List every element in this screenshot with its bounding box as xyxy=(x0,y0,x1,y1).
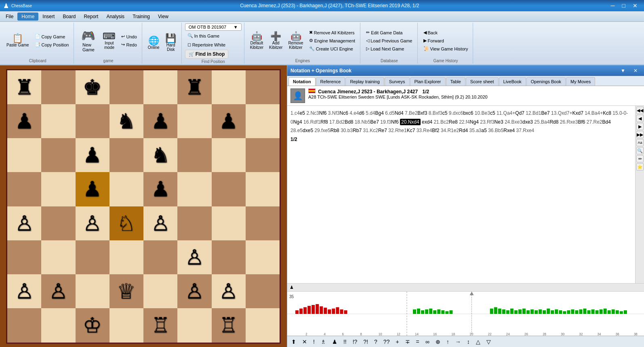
square-3-6[interactable]: ♟ xyxy=(76,138,109,172)
square-1-6[interactable] xyxy=(7,138,41,172)
square-8-4[interactable] xyxy=(246,206,280,240)
move-notation[interactable]: Qd7 xyxy=(515,110,524,116)
annotation-good-button[interactable]: ! xyxy=(311,337,317,346)
nav-delete-button[interactable]: ✕ xyxy=(300,337,309,346)
annotation-with-button[interactable]: ⊕ xyxy=(433,337,443,346)
tab-table[interactable]: Table xyxy=(446,77,465,86)
remove-all-kibitzers-button[interactable]: ✖ Remove All Kibitzers xyxy=(307,29,358,36)
move-notation[interactable]: Be7 xyxy=(370,119,379,125)
square-1-5[interactable] xyxy=(7,172,41,206)
square-1-7[interactable]: ♟ xyxy=(7,104,41,138)
panel-expand-button[interactable]: ▼ xyxy=(617,67,629,74)
engine-management-button[interactable]: ⚙ Engine Management xyxy=(307,37,358,44)
square-1-2[interactable]: ♙ xyxy=(7,274,41,308)
square-7-6[interactable] xyxy=(212,138,246,172)
add-kibitzer-button[interactable]: ➕ AddKibitzer xyxy=(267,30,285,51)
move-notation[interactable]: Bd8 xyxy=(345,119,353,125)
move-notation[interactable]: Nd4 xyxy=(395,110,404,116)
square-5-7[interactable]: ♟ xyxy=(143,104,177,138)
move-notation[interactable]: Bf2 xyxy=(432,128,439,133)
move-notation[interactable]: Rb8 xyxy=(330,128,339,133)
square-3-1[interactable]: ♔ xyxy=(76,308,109,342)
square-2-1[interactable] xyxy=(41,308,75,342)
minimize-button[interactable]: ─ xyxy=(608,2,618,10)
side-btn-font[interactable]: Aa xyxy=(636,139,644,146)
menu-training[interactable]: Training xyxy=(128,13,154,21)
move-notation[interactable]: Re8 xyxy=(449,119,458,125)
square-6-3[interactable]: ♙ xyxy=(177,240,211,274)
move-notation[interactable]: Rf8 xyxy=(320,119,328,125)
square-8-7[interactable] xyxy=(246,104,280,138)
square-2-3[interactable] xyxy=(41,240,75,274)
annotation-triangle-button[interactable]: △ xyxy=(474,337,483,346)
square-6-8[interactable]: ♜ xyxy=(177,70,211,104)
menu-board[interactable]: Board xyxy=(59,13,80,21)
move-notation[interactable]: c5 xyxy=(490,110,495,116)
tab-notation[interactable]: Notation xyxy=(288,77,316,86)
side-btn-search[interactable]: 🔍 xyxy=(636,147,644,154)
move-notation[interactable]: Nc6 xyxy=(339,110,348,116)
square-8-1[interactable] xyxy=(246,308,280,342)
square-4-4[interactable]: ♘ xyxy=(109,206,143,240)
annotation-equal-button[interactable]: = xyxy=(414,337,422,346)
annotation-downtriangle-button[interactable]: ▽ xyxy=(484,337,493,346)
nav-start-button[interactable]: ⬆ xyxy=(289,337,299,346)
square-1-4[interactable]: ♙ xyxy=(7,206,41,240)
hard-disk-button[interactable]: 💾 HardDisk xyxy=(163,32,179,53)
move-notation[interactable]: Bxf3 xyxy=(417,110,427,116)
move-notation[interactable]: dxe5 xyxy=(303,128,313,133)
move-notation[interactable]: bxc6 xyxy=(463,110,473,116)
chess-board[interactable]: ♜♚♜♟♞♟♟♟♞♟♟♙♙♘♙♙♙♙♕♙♙♔♖♖ xyxy=(6,69,281,344)
square-6-5[interactable] xyxy=(177,172,211,206)
move-notation[interactable]: Rd4 xyxy=(459,128,468,133)
move-notation[interactable]: Re7 xyxy=(378,128,387,133)
square-3-7[interactable] xyxy=(76,104,109,138)
square-4-5[interactable] xyxy=(109,172,143,206)
tab-plan-explorer[interactable]: Plan Explorer xyxy=(410,77,446,86)
square-7-5[interactable] xyxy=(212,172,246,206)
move-notation[interactable]: Rb7 xyxy=(353,128,362,133)
annotation-updown-button[interactable]: ↕ xyxy=(465,337,472,346)
square-6-6[interactable] xyxy=(177,138,211,172)
square-2-7[interactable] xyxy=(41,104,75,138)
square-2-8[interactable] xyxy=(41,70,75,104)
move-notation[interactable]: d6 xyxy=(359,110,364,116)
menu-home[interactable]: Home xyxy=(17,13,38,21)
annotation-bad-button[interactable]: ? xyxy=(372,337,380,346)
tab-livebook[interactable]: LiveBook xyxy=(499,77,526,86)
annotation-right-button[interactable]: → xyxy=(453,337,463,346)
move-notation[interactable]: Nf6 xyxy=(319,110,327,116)
move-highlighted[interactable]: 20.Nxd4 xyxy=(400,119,421,125)
tab-surveys[interactable]: Surveys xyxy=(385,77,410,86)
square-6-7[interactable] xyxy=(177,104,211,138)
restore-button[interactable]: □ xyxy=(619,2,629,10)
load-next-game-button[interactable]: ▷ Load Next Game xyxy=(364,45,415,53)
move-notation[interactable]: c5 xyxy=(442,110,448,116)
move-notation[interactable]: Rxe4 xyxy=(503,128,515,133)
square-4-2[interactable]: ♕ xyxy=(109,274,143,308)
forward-button[interactable]: ▶ Forward xyxy=(421,37,471,44)
paste-game-button[interactable]: 📋 Paste Game xyxy=(4,32,32,49)
square-5-4[interactable]: ♙ xyxy=(143,206,177,240)
square-1-3[interactable] xyxy=(7,240,41,274)
default-kibitzer-button[interactable]: 🤖 DefaultKibitzer xyxy=(248,30,266,51)
square-4-3[interactable] xyxy=(109,240,143,274)
square-5-1[interactable]: ♖ xyxy=(143,308,177,342)
annotation-bishop-button[interactable]: ♗ xyxy=(318,337,328,346)
position-dropdown[interactable]: OM OTB B 201907 ▼ xyxy=(185,23,242,31)
move-notation[interactable]: e5 xyxy=(300,110,305,116)
square-7-7[interactable]: ♟ xyxy=(212,104,246,138)
menu-insert[interactable]: Insert xyxy=(38,13,59,21)
menu-report[interactable]: Report xyxy=(80,13,102,21)
annotation-blunder-button[interactable]: ?? xyxy=(381,337,392,346)
side-btn-1[interactable]: ◀◀ xyxy=(636,107,644,114)
square-7-3[interactable] xyxy=(212,240,246,274)
redo-button[interactable]: ↪ Redo xyxy=(119,41,139,48)
side-btn-bookmark[interactable]: ⭐ xyxy=(636,163,644,170)
move-notation[interactable]: Be7 xyxy=(541,110,549,116)
move-notation[interactable]: Ng4 xyxy=(470,119,479,125)
square-8-8[interactable] xyxy=(246,70,280,104)
side-btn-3[interactable]: ▶ xyxy=(636,123,644,130)
move-notation[interactable]: Ng4 xyxy=(293,119,302,125)
square-7-4[interactable] xyxy=(212,206,246,240)
